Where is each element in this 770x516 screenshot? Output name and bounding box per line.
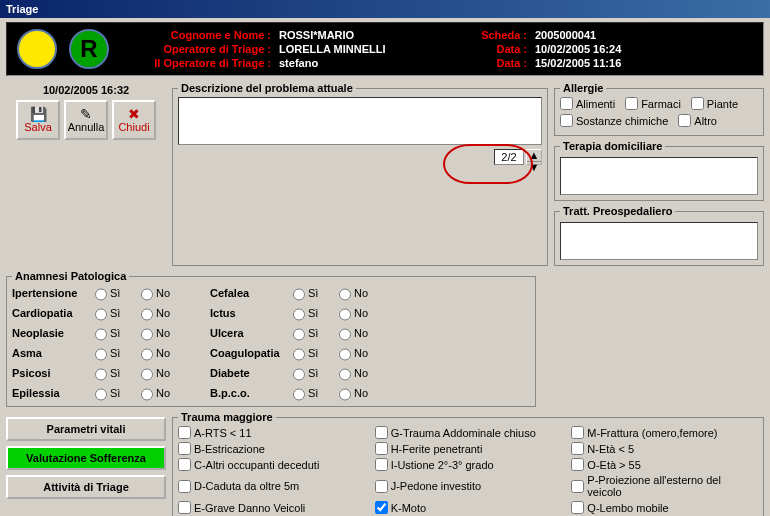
- allergie-alimenti[interactable]: Alimenti: [560, 97, 615, 110]
- anam-coagulopatia-si[interactable]: [293, 348, 305, 361]
- radio-label: Sì: [110, 367, 136, 379]
- patient-header: R Cognome e Nome : ROSSI*MARIO Scheda : …: [6, 22, 764, 76]
- trauma-q[interactable]: Q-Lembo mobile: [571, 501, 758, 514]
- anam-epilessia-si[interactable]: [95, 388, 107, 401]
- trauma-c[interactable]: C-Altri occupanti deceduti: [178, 458, 365, 471]
- status-circle-green: R: [69, 29, 109, 69]
- trauma-p[interactable]: P-Proiezione all'esterno del veicolo: [571, 474, 758, 498]
- anam-cefalea-no[interactable]: [339, 288, 351, 301]
- anamnesi-legend: Anamnesi Patologica: [12, 270, 129, 282]
- sofferenza-button[interactable]: Valutazione Sofferenza: [6, 446, 166, 470]
- checkbox[interactable]: [178, 426, 191, 439]
- checkbox[interactable]: [571, 442, 584, 455]
- anam-asma-si[interactable]: [95, 348, 107, 361]
- checkbox[interactable]: [571, 501, 584, 514]
- chiudi-button[interactable]: ✖Chiudi: [112, 100, 156, 140]
- anam-neoplasie-si[interactable]: [95, 328, 107, 341]
- trauma-d[interactable]: D-Caduta da oltre 5m: [178, 474, 365, 498]
- window-titlebar: Triage: [0, 0, 770, 18]
- anam-cardiopatia-si[interactable]: [95, 308, 107, 321]
- trauma-e[interactable]: E-Grave Danno Veicoli: [178, 501, 365, 514]
- checkbox[interactable]: [375, 458, 388, 471]
- trauma-o[interactable]: O-Età > 55: [571, 458, 758, 471]
- checkbox[interactable]: [625, 97, 638, 110]
- anam-ipertensione-no[interactable]: [141, 288, 153, 301]
- radio-label: Sì: [110, 327, 136, 339]
- trauma-fieldset: Trauma maggiore A-RTS < 11G-Trauma Addom…: [172, 411, 764, 516]
- trauma-j[interactable]: J-Pedone investito: [375, 474, 562, 498]
- anam-epilessia-no[interactable]: [141, 388, 153, 401]
- checkbox[interactable]: [375, 480, 388, 493]
- trauma-b[interactable]: B-Estricazione: [178, 442, 365, 455]
- checkbox[interactable]: [571, 480, 584, 493]
- anam-cefalea-si[interactable]: [293, 288, 305, 301]
- checkbox[interactable]: [375, 501, 388, 514]
- salva-button[interactable]: 💾Salva: [16, 100, 60, 140]
- trauma-i[interactable]: I-Ustione 2°-3° grado: [375, 458, 562, 471]
- allergie-sostanze-chimiche[interactable]: Sostanze chimiche: [560, 114, 668, 127]
- anam-ulcera-si[interactable]: [293, 328, 305, 341]
- hdr-label-cognome: Cognome e Nome :: [121, 29, 271, 41]
- anam-label: Diabete: [210, 367, 288, 379]
- anam-label: Ictus: [210, 307, 288, 319]
- annulla-button[interactable]: ✎Annulla: [64, 100, 108, 140]
- anam-ipertensione-si[interactable]: [95, 288, 107, 301]
- anam-label: Cardiopatia: [12, 307, 90, 319]
- status-circle-yellow: [17, 29, 57, 69]
- checkbox[interactable]: [560, 114, 573, 127]
- trauma-n[interactable]: N-Età < 5: [571, 442, 758, 455]
- allergie-farmaci[interactable]: Farmaci: [625, 97, 681, 110]
- checkbox[interactable]: [571, 458, 584, 471]
- radio-label: No: [354, 307, 380, 319]
- page-spinner[interactable]: ▲▼: [526, 149, 542, 165]
- radio-label: No: [354, 347, 380, 359]
- anam-diabete-si[interactable]: [293, 368, 305, 381]
- attivita-button[interactable]: Attività di Triage: [6, 475, 166, 499]
- radio-label: Sì: [308, 367, 334, 379]
- anam-ictus-no[interactable]: [339, 308, 351, 321]
- anam-label: Cefalea: [210, 287, 288, 299]
- checkbox[interactable]: [560, 97, 573, 110]
- anam-cardiopatia-no[interactable]: [141, 308, 153, 321]
- radio-label: No: [156, 307, 182, 319]
- radio-label: Sì: [308, 347, 334, 359]
- allergie-piante[interactable]: Piante: [691, 97, 738, 110]
- anam-coagulopatia-no[interactable]: [339, 348, 351, 361]
- spinner-down-icon[interactable]: ▼: [527, 162, 541, 173]
- checkbox[interactable]: [691, 97, 704, 110]
- radio-label: No: [354, 327, 380, 339]
- tratt-text[interactable]: [560, 222, 758, 260]
- checkbox[interactable]: [178, 501, 191, 514]
- checkbox[interactable]: [678, 114, 691, 127]
- checkbox[interactable]: [178, 442, 191, 455]
- anam-neoplasie-no[interactable]: [141, 328, 153, 341]
- anam-ictus-si[interactable]: [293, 308, 305, 321]
- checkbox[interactable]: [571, 426, 584, 439]
- allergie-altro[interactable]: Altro: [678, 114, 717, 127]
- anamnesi-fieldset: Anamnesi Patologica IpertensioneSìNoCard…: [6, 270, 536, 407]
- anam-b.p.c.o.-no[interactable]: [339, 388, 351, 401]
- checkbox[interactable]: [178, 480, 191, 493]
- descrizione-legend: Descrizione del problema attuale: [178, 82, 356, 94]
- trauma-k[interactable]: K-Moto: [375, 501, 562, 514]
- anam-asma-no[interactable]: [141, 348, 153, 361]
- radio-label: No: [354, 287, 380, 299]
- checkbox[interactable]: [375, 442, 388, 455]
- anam-b.p.c.o.-si[interactable]: [293, 388, 305, 401]
- anam-label: Neoplasie: [12, 327, 90, 339]
- trauma-g[interactable]: G-Trauma Addominale chiuso: [375, 426, 562, 439]
- anam-ulcera-no[interactable]: [339, 328, 351, 341]
- parametri-button[interactable]: Parametri vitali: [6, 417, 166, 441]
- terapia-text[interactable]: [560, 157, 758, 195]
- anam-psicosi-si[interactable]: [95, 368, 107, 381]
- anam-psicosi-no[interactable]: [141, 368, 153, 381]
- descrizione-fieldset: Descrizione del problema attuale 2/2 ▲▼: [172, 82, 548, 266]
- trauma-a[interactable]: A-RTS < 11: [178, 426, 365, 439]
- radio-label: Sì: [308, 327, 334, 339]
- anam-diabete-no[interactable]: [339, 368, 351, 381]
- checkbox[interactable]: [375, 426, 388, 439]
- descrizione-textarea[interactable]: [178, 97, 542, 145]
- checkbox[interactable]: [178, 458, 191, 471]
- trauma-m[interactable]: M-Frattura (omero,femore): [571, 426, 758, 439]
- trauma-h[interactable]: H-Ferite penetranti: [375, 442, 562, 455]
